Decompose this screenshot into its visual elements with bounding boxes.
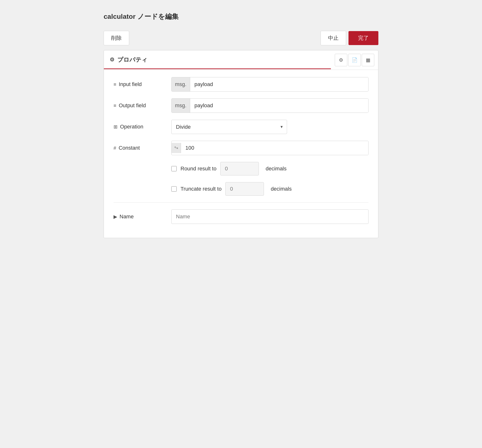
truncate-result-suffix: decimals (271, 186, 292, 192)
input-field-value[interactable] (190, 77, 368, 91)
operation-label: ⊞ Operation (113, 124, 171, 130)
name-row: ▶ Name (113, 209, 369, 224)
input-field-input[interactable]: msg. (171, 77, 369, 92)
round-result-suffix: decimals (265, 166, 287, 172)
settings-icon-button[interactable]: ⚙ (335, 54, 347, 66)
operation-select[interactable]: Add Subtract Multiply Divide Modulo (171, 120, 287, 134)
output-field-label: ≡ Output field (113, 102, 171, 109)
settings-icon: ⚙ (339, 57, 343, 63)
constant-value[interactable] (181, 141, 368, 155)
round-result-input[interactable] (220, 162, 259, 176)
input-field-wrapper: msg. (171, 77, 369, 92)
constant-label-text: Constant (119, 145, 140, 151)
operation-select-wrapper: Add Subtract Multiply Divide Modulo (171, 120, 287, 134)
appearance-icon-button[interactable]: ▦ (362, 54, 374, 66)
divider (113, 202, 369, 203)
truncate-result-input[interactable] (225, 182, 264, 196)
constant-row: # Constant ⁰‑₉ (113, 141, 369, 155)
appearance-icon: ▦ (366, 57, 370, 63)
constant-prefix: ⁰‑₉ (172, 143, 181, 153)
name-label-text: Name (120, 214, 134, 220)
properties-panel: ⚙ プロパティ ⚙ 📄 ▦ ≡ Input field (104, 50, 378, 238)
input-field-row: ≡ Input field msg. (113, 77, 369, 92)
operation-wrapper: Add Subtract Multiply Divide Modulo (171, 120, 369, 134)
input-field-prefix: msg. (172, 77, 190, 91)
output-field-input[interactable]: msg. (171, 98, 369, 113)
name-label: ▶ Name (113, 214, 171, 220)
round-result-label: Round result to (181, 166, 217, 172)
panel-header: ⚙ プロパティ ⚙ 📄 ▦ (104, 50, 378, 70)
output-field-value[interactable] (190, 99, 368, 112)
main-container: calculator ノードを編集 削除 中止 完了 ⚙ プロパティ ⚙ 📄 ▦ (104, 10, 378, 438)
list-icon-2: ≡ (113, 103, 116, 108)
name-wrapper (171, 209, 369, 224)
operation-label-text: Operation (120, 124, 143, 130)
panel-body: ≡ Input field msg. ≡ Output field (104, 70, 378, 238)
properties-tab[interactable]: ⚙ プロパティ (104, 51, 331, 69)
constant-label: # Constant (113, 145, 171, 151)
truncate-result-checkbox[interactable] (171, 186, 177, 192)
constant-wrapper: ⁰‑₉ (171, 141, 369, 155)
input-field-label-text: Input field (119, 81, 142, 88)
output-field-row: ≡ Output field msg. (113, 98, 369, 113)
hash-icon: # (113, 145, 116, 151)
tag-icon: ▶ (113, 214, 117, 220)
round-result-checkbox[interactable] (171, 166, 177, 171)
list-icon: ≡ (113, 82, 116, 87)
name-input[interactable] (171, 209, 369, 224)
gear-icon: ⚙ (110, 57, 114, 63)
panel-header-icons: ⚙ 📄 ▦ (331, 50, 378, 70)
panel-title: プロパティ (117, 56, 147, 64)
input-field-label: ≡ Input field (113, 81, 171, 88)
description-icon-button[interactable]: 📄 (348, 54, 361, 66)
description-icon: 📄 (352, 57, 358, 63)
toolbar: 削除 中止 完了 (104, 31, 378, 45)
output-field-label-text: Output field (119, 102, 146, 109)
delete-button[interactable]: 削除 (104, 31, 129, 45)
round-result-group: Round result to decimals (171, 162, 287, 176)
done-button[interactable]: 完了 (348, 31, 378, 45)
calculator-icon: ⊞ (113, 124, 118, 130)
truncate-result-label: Truncate result to (181, 186, 221, 192)
truncate-result-group: Truncate result to decimals (171, 182, 292, 196)
operation-row: ⊞ Operation Add Subtract Multiply Divide… (113, 120, 369, 134)
output-field-wrapper: msg. (171, 98, 369, 113)
cancel-button[interactable]: 中止 (321, 31, 346, 45)
truncate-result-row: Truncate result to decimals (113, 182, 369, 196)
constant-input-group[interactable]: ⁰‑₉ (171, 141, 369, 155)
output-field-prefix: msg. (172, 99, 190, 112)
round-result-row: Round result to decimals (113, 162, 369, 176)
page-title: calculator ノードを編集 (104, 10, 378, 24)
